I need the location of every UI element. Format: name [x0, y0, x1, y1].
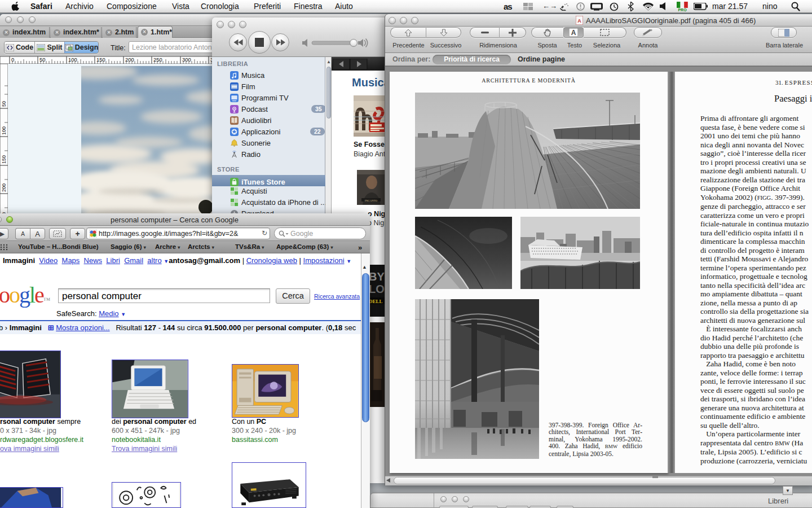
svg-text:DELL: DELL — [369, 299, 383, 304]
svg-text:250: 250 — [153, 56, 162, 63]
svg-text:50: 50 — [39, 56, 46, 63]
svg-text:BY: BY — [369, 270, 385, 283]
svg-text:300: 300 — [182, 56, 191, 63]
svg-text:100: 100 — [1, 126, 7, 135]
svg-text:150: 150 — [1, 155, 7, 164]
svg-text:PRO: PRO — [678, 8, 687, 12]
svg-text:0: 0 — [11, 56, 14, 63]
svg-text:LO: LO — [369, 283, 385, 295]
svg-text:A: A — [577, 18, 581, 24]
svg-text:200: 200 — [1, 183, 7, 192]
svg-text:A: A — [571, 29, 576, 37]
svg-text:100: 100 — [68, 56, 77, 63]
svg-text:50: 50 — [1, 101, 7, 107]
svg-text:150: 150 — [96, 56, 105, 63]
svg-text:200: 200 — [125, 56, 134, 63]
svg-text:INCANTO: INCANTO — [365, 199, 378, 202]
